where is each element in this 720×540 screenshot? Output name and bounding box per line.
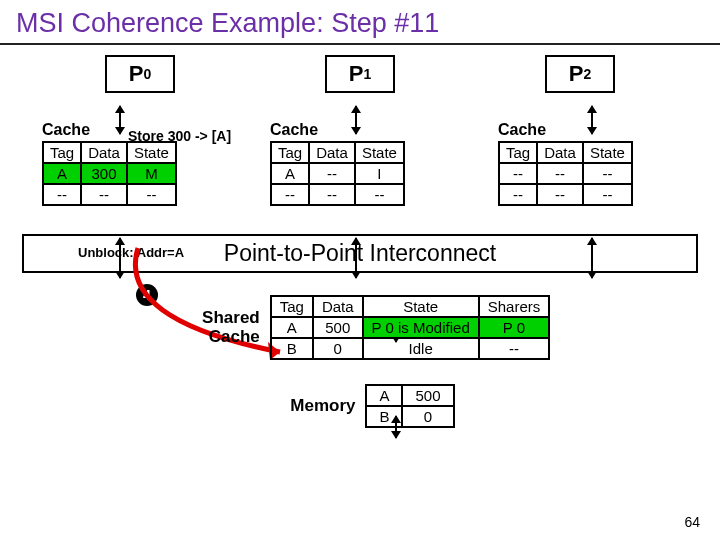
cell-data: 300	[81, 163, 127, 184]
shared-table: Tag Data State Sharers A 500 P 0 is Modi…	[270, 295, 551, 360]
processor-row: P0 P1 P2	[0, 55, 720, 93]
cache-table-p2: Tag Data State -- -- -- -- -- --	[498, 141, 633, 206]
mem-cell-data: 500	[402, 385, 453, 406]
cell-tag: --	[43, 184, 81, 205]
cell-data: --	[309, 163, 355, 184]
shared-label-l2: Cache	[209, 327, 260, 346]
cache-table-p1: Tag Data State A -- I -- -- --	[270, 141, 405, 206]
sh-cell-state: Idle	[363, 338, 479, 359]
proc-sub: 0	[143, 66, 151, 82]
cell-state: M	[127, 163, 176, 184]
cache-p0: Cache Tag Data State A 300 M -- -- --	[42, 121, 222, 206]
page-number: 64	[684, 514, 700, 530]
cache-p1: Cache Tag Data State A -- I -- -- --	[270, 121, 450, 206]
memory-table: A 500 B 0	[365, 384, 454, 428]
cell-tag: --	[499, 163, 537, 184]
lower-area: Shared Cache Tag Data State Sharers A 50…	[0, 295, 720, 428]
memory-block: Memory A 500 B 0	[265, 384, 454, 428]
sh-cell-sharers: P 0	[479, 317, 550, 338]
sh-cell-data: 0	[313, 338, 363, 359]
sh-col-data: Data	[313, 296, 363, 317]
mem-cell-tag: B	[366, 406, 402, 427]
sh-cell-state: P 0 is Modified	[363, 317, 479, 338]
shared-cache-block: Shared Cache Tag Data State Sharers A 50…	[170, 295, 551, 360]
cache-label: Cache	[42, 121, 222, 139]
proc-letter: P	[569, 61, 584, 87]
sh-cell-tag: B	[271, 338, 313, 359]
col-state: State	[583, 142, 632, 163]
col-tag: Tag	[271, 142, 309, 163]
cache-label: Cache	[270, 121, 450, 139]
cell-data: --	[537, 163, 583, 184]
shared-label: Shared Cache	[170, 309, 260, 346]
proc-sub: 2	[583, 66, 591, 82]
mem-cell-data: 0	[402, 406, 453, 427]
col-state: State	[127, 142, 176, 163]
memory-label: Memory	[265, 397, 355, 416]
cell-tag: A	[43, 163, 81, 184]
cell-data: --	[309, 184, 355, 205]
cell-state: --	[583, 163, 632, 184]
sh-cell-sharers: --	[479, 338, 550, 359]
sh-col-state: State	[363, 296, 479, 317]
mem-cell-tag: A	[366, 385, 402, 406]
sh-col-sharers: Sharers	[479, 296, 550, 317]
cache-label: Cache	[498, 121, 678, 139]
cell-tag: --	[271, 184, 309, 205]
cell-state: --	[127, 184, 176, 205]
cell-state: --	[355, 184, 404, 205]
col-data: Data	[309, 142, 355, 163]
cell-data: --	[537, 184, 583, 205]
step-badge: 4	[136, 284, 158, 306]
interconnect-box: Point-to-Point Interconnect	[22, 234, 698, 273]
cell-tag: --	[499, 184, 537, 205]
cache-row: Cache Tag Data State A 300 M -- -- -- Ca…	[0, 121, 720, 206]
processor-p2: P2	[545, 55, 615, 93]
shared-label-l1: Shared	[202, 308, 260, 327]
proc-letter: P	[129, 61, 144, 87]
cell-state: --	[583, 184, 632, 205]
processor-p1: P1	[325, 55, 395, 93]
cache-table-p0: Tag Data State A 300 M -- -- --	[42, 141, 177, 206]
col-tag: Tag	[43, 142, 81, 163]
proc-sub: 1	[363, 66, 371, 82]
col-data: Data	[537, 142, 583, 163]
cell-tag: A	[271, 163, 309, 184]
slide-title: MSI Coherence Example: Step #11	[0, 0, 720, 45]
processor-p0: P0	[105, 55, 175, 93]
sh-cell-data: 500	[313, 317, 363, 338]
cache-p2: Cache Tag Data State -- -- -- -- -- --	[498, 121, 678, 206]
col-state: State	[355, 142, 404, 163]
proc-letter: P	[349, 61, 364, 87]
col-tag: Tag	[499, 142, 537, 163]
sh-col-tag: Tag	[271, 296, 313, 317]
cell-data: --	[81, 184, 127, 205]
sh-cell-tag: A	[271, 317, 313, 338]
cell-state: I	[355, 163, 404, 184]
col-data: Data	[81, 142, 127, 163]
